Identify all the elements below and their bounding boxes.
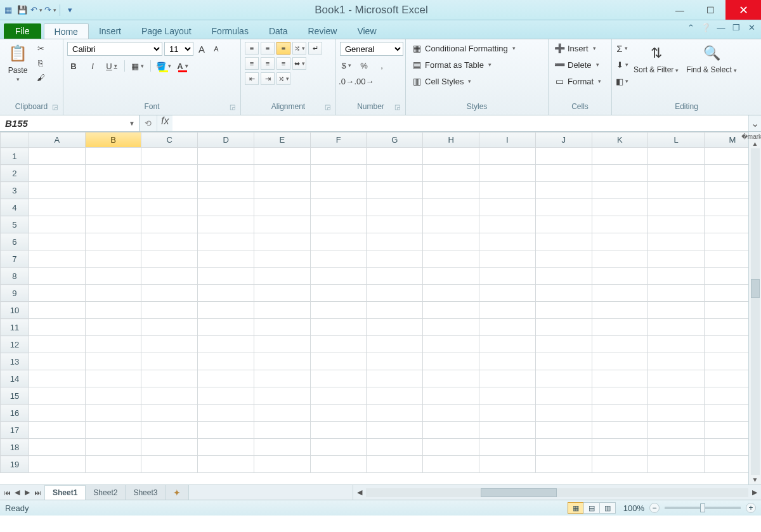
row-header-15[interactable]: 15	[1, 387, 29, 405]
cell-K13[interactable]	[592, 353, 648, 370]
cell-M6[interactable]	[705, 233, 748, 250]
expand-formula-bar-icon[interactable]: ⌄	[748, 115, 761, 131]
cell-C18[interactable]	[141, 439, 198, 456]
cell-L19[interactable]	[648, 456, 705, 473]
cell-H3[interactable]	[423, 182, 479, 199]
cell-M13[interactable]	[705, 353, 748, 370]
cell-I3[interactable]	[479, 182, 536, 199]
cell-E7[interactable]	[254, 250, 310, 268]
cell-M18[interactable]	[705, 439, 748, 456]
cell-L1[interactable]	[648, 148, 705, 165]
cell-I13[interactable]	[479, 353, 536, 370]
orientation-button[interactable]: ⤭	[292, 42, 306, 55]
column-header-F[interactable]: F	[310, 133, 367, 148]
cell-A13[interactable]	[29, 353, 85, 370]
cell-M5[interactable]	[705, 216, 748, 233]
cell-A10[interactable]	[29, 302, 85, 319]
cell-E14[interactable]	[254, 370, 310, 387]
conditional-formatting-button[interactable]: ▦Conditional Formatting	[410, 42, 517, 55]
format-painter-icon[interactable]: 🖌	[34, 71, 47, 84]
cell-E2[interactable]	[254, 165, 310, 182]
cell-B7[interactable]	[85, 250, 141, 268]
cell-K4[interactable]	[592, 199, 648, 216]
cell-E19[interactable]	[254, 456, 310, 473]
cell-F13[interactable]	[310, 353, 367, 370]
currency-button[interactable]: $	[340, 59, 353, 72]
cell-K5[interactable]	[592, 216, 648, 233]
cell-A4[interactable]	[29, 199, 85, 216]
cell-J10[interactable]	[535, 302, 592, 319]
row-header-10[interactable]: 10	[1, 302, 29, 319]
cell-I17[interactable]	[479, 422, 536, 439]
column-header-B[interactable]: B	[85, 133, 141, 148]
cell-A11[interactable]	[29, 319, 85, 336]
cell-styles-button[interactable]: ▥Cell Styles	[410, 75, 472, 88]
cell-I19[interactable]	[479, 456, 536, 473]
row-header-19[interactable]: 19	[1, 456, 29, 473]
close-button[interactable]: ✕	[725, 0, 761, 20]
number-format-select[interactable]: General	[340, 42, 403, 56]
cell-G8[interactable]	[367, 268, 423, 285]
cell-D16[interactable]	[198, 405, 254, 422]
cell-L13[interactable]	[648, 353, 705, 370]
cell-G4[interactable]	[367, 199, 423, 216]
cell-D4[interactable]	[198, 199, 254, 216]
cancel-formula-icon[interactable]: ⟲	[145, 119, 152, 128]
cell-G11[interactable]	[367, 319, 423, 336]
cell-C16[interactable]	[141, 405, 198, 422]
cell-B19[interactable]	[85, 456, 141, 473]
copy-icon[interactable]: ⎘	[34, 56, 47, 69]
cell-A1[interactable]	[29, 148, 85, 165]
grow-font-icon[interactable]: A	[195, 42, 208, 55]
cell-G18[interactable]	[367, 439, 423, 456]
cell-J16[interactable]	[535, 405, 592, 422]
hscroll-track[interactable]	[366, 488, 748, 497]
tab-review[interactable]: Review	[298, 23, 348, 39]
cell-E10[interactable]	[254, 302, 310, 319]
cell-J1[interactable]	[535, 148, 592, 165]
cell-J14[interactable]	[535, 370, 592, 387]
cell-C11[interactable]	[141, 319, 198, 336]
row-header-14[interactable]: 14	[1, 370, 29, 387]
cell-B2[interactable]	[85, 165, 141, 182]
cell-D18[interactable]	[198, 439, 254, 456]
cell-M12[interactable]	[705, 336, 748, 353]
align-bottom-button[interactable]: ≡	[276, 42, 290, 55]
cell-B17[interactable]	[85, 422, 141, 439]
tab-page-layout[interactable]: Page Layout	[131, 23, 202, 39]
cell-K9[interactable]	[592, 285, 648, 302]
cell-F6[interactable]	[310, 233, 367, 250]
cell-A6[interactable]	[29, 233, 85, 250]
find-select-button[interactable]: 🔍 Find & Select	[684, 42, 739, 74]
fill-button[interactable]: ⬇	[616, 58, 628, 71]
cell-I5[interactable]	[479, 216, 536, 233]
cell-H8[interactable]	[423, 268, 479, 285]
cell-C2[interactable]	[141, 165, 198, 182]
cell-H10[interactable]	[423, 302, 479, 319]
cell-J12[interactable]	[535, 336, 592, 353]
cell-G15[interactable]	[367, 387, 423, 405]
cell-B13[interactable]	[85, 353, 141, 370]
cell-I6[interactable]	[479, 233, 536, 250]
cell-M19[interactable]	[705, 456, 748, 473]
column-header-G[interactable]: G	[367, 133, 423, 148]
cell-C7[interactable]	[141, 250, 198, 268]
cell-I18[interactable]	[479, 439, 536, 456]
cell-L15[interactable]	[648, 387, 705, 405]
column-header-D[interactable]: D	[198, 133, 254, 148]
name-box[interactable]: ▼	[0, 115, 140, 131]
ribbon-minimize-icon[interactable]: ⌃	[685, 23, 696, 32]
scroll-up-icon[interactable]: ▲	[752, 140, 758, 147]
tab-formulas[interactable]: Formulas	[202, 23, 259, 39]
cell-D6[interactable]	[198, 233, 254, 250]
cell-D17[interactable]	[198, 422, 254, 439]
cell-G13[interactable]	[367, 353, 423, 370]
row-header-6[interactable]: 6	[1, 233, 29, 250]
cell-C17[interactable]	[141, 422, 198, 439]
cell-I7[interactable]	[479, 250, 536, 268]
align-right-button[interactable]: ≡	[276, 57, 290, 70]
select-all-corner[interactable]	[1, 133, 29, 148]
grid[interactable]: ABCDEFGHIJKLM123456789101112131415161718…	[0, 132, 748, 484]
cell-H12[interactable]	[423, 336, 479, 353]
cell-H11[interactable]	[423, 319, 479, 336]
